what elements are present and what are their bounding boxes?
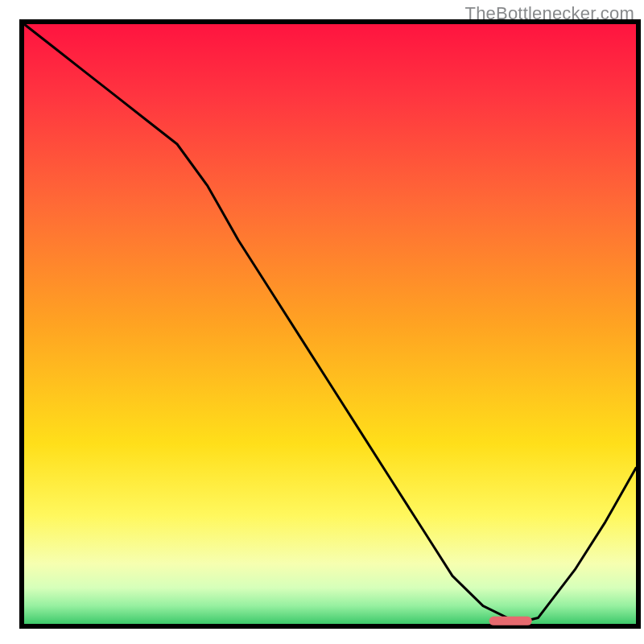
bottleneck-chart [0, 0, 644, 644]
optimal-range-marker [489, 617, 532, 625]
gradient-background [24, 24, 636, 624]
